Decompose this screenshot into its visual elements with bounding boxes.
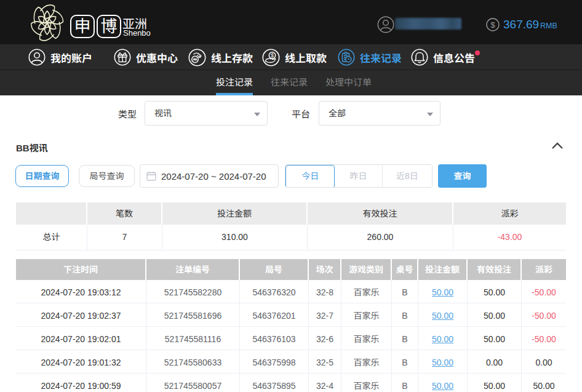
svg-text:$: $ <box>271 52 274 58</box>
svg-text:$: $ <box>490 20 495 30</box>
